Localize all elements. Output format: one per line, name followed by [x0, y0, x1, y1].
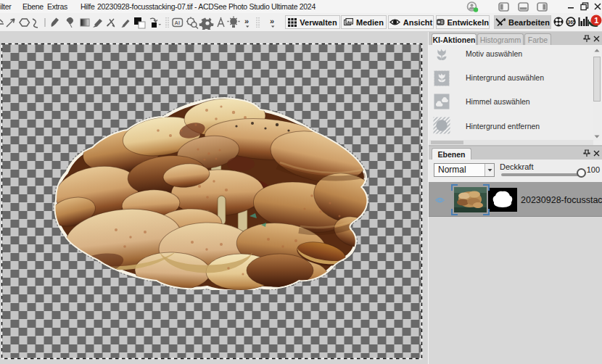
- svg-text:»: »: [244, 17, 249, 25]
- svg-text:»: »: [270, 17, 274, 25]
- svg-text:365: 365: [568, 20, 576, 25]
- svg-text:AI: AI: [175, 20, 181, 26]
- svg-text:1: 1: [594, 16, 598, 25]
